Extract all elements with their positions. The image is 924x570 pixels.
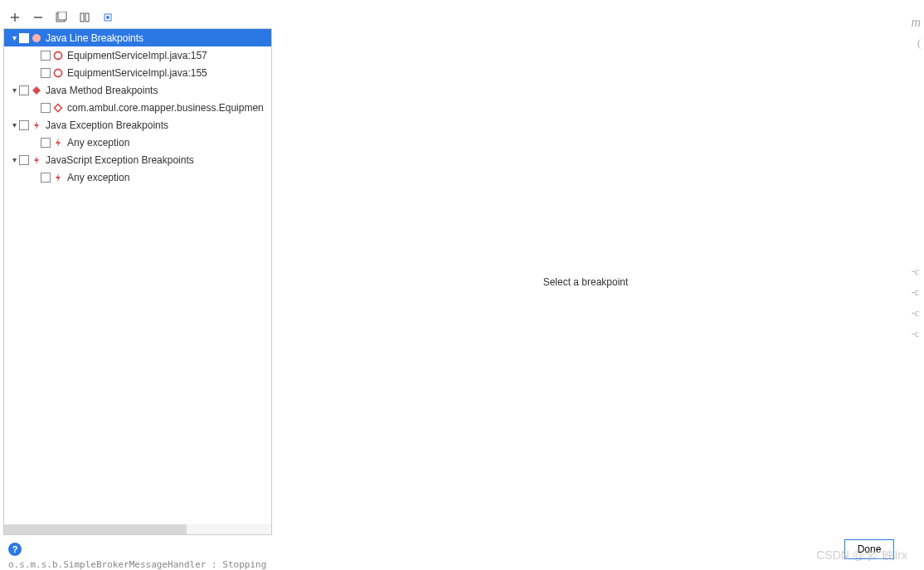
item-label: EquipmentServiceImpl.java:155 bbox=[67, 67, 271, 79]
svg-point-8 bbox=[55, 69, 62, 76]
diamond-solid-red-icon bbox=[31, 85, 42, 96]
view-options-icon[interactable] bbox=[101, 11, 114, 24]
tree-item-anyexc2[interactable]: Any exception bbox=[4, 168, 271, 186]
breakpoint-tree-panel: ▾Java Line BreakpointsEquipmentServiceIm… bbox=[3, 28, 272, 535]
detail-placeholder: Select a breakpoint bbox=[543, 276, 629, 288]
lightning-red-icon bbox=[52, 172, 64, 183]
remove-button[interactable] bbox=[32, 11, 45, 24]
chevron-down-icon[interactable]: ▾ bbox=[9, 33, 19, 42]
group-by-class-icon[interactable] bbox=[78, 11, 91, 24]
tree-group-js-exc[interactable]: ▾JavaScript Exception Breakpoints bbox=[4, 151, 271, 168]
chevron-down-icon[interactable]: ▾ bbox=[9, 85, 19, 95]
lightning-red-icon bbox=[52, 137, 64, 149]
chevron-down-icon[interactable]: ▾ bbox=[9, 155, 19, 164]
tree-group-java-line[interactable]: ▾Java Line Breakpoints bbox=[4, 29, 271, 46]
tree-group-java-method[interactable]: ▾Java Method Breakpoints bbox=[4, 81, 271, 99]
tree-item-anyexc1[interactable]: Any exception bbox=[4, 134, 271, 151]
help-icon[interactable]: ? bbox=[8, 543, 22, 556]
group-label: Java Exception Breakpoints bbox=[46, 119, 271, 131]
checkbox[interactable] bbox=[41, 173, 51, 183]
circle-outline-red-icon bbox=[52, 50, 64, 61]
tree-item-mapper[interactable]: com.ambul.core.mapper.business.Equipmen bbox=[4, 99, 271, 116]
circle-solid-red-icon bbox=[31, 32, 42, 44]
background-edge: m ( -c -c -c -c bbox=[904, 0, 924, 570]
scrollbar-thumb[interactable] bbox=[4, 524, 187, 534]
tree-item-eq157[interactable]: EquipmentServiceImpl.java:157 bbox=[4, 46, 271, 64]
tree-item-eq155[interactable]: EquipmentServiceImpl.java:155 bbox=[4, 64, 271, 81]
svg-rect-3 bbox=[85, 13, 89, 22]
group-label: Java Line Breakpoints bbox=[46, 32, 271, 44]
horizontal-scrollbar[interactable] bbox=[4, 524, 271, 534]
item-label: com.ambul.core.mapper.business.Equipmen bbox=[67, 102, 271, 114]
toolbar bbox=[3, 10, 899, 28]
lightning-red-icon bbox=[31, 119, 42, 131]
checkbox[interactable] bbox=[19, 120, 29, 130]
chevron-down-icon[interactable]: ▾ bbox=[9, 120, 19, 129]
svg-point-5 bbox=[106, 16, 109, 19]
item-label: Any exception bbox=[67, 172, 271, 183]
checkbox[interactable] bbox=[19, 155, 29, 165]
breakpoints-dialog: ▾Java Line BreakpointsEquipmentServiceIm… bbox=[3, 10, 899, 563]
circle-outline-red-icon bbox=[52, 67, 64, 79]
checkbox[interactable] bbox=[19, 85, 29, 95]
group-by-file-icon[interactable] bbox=[55, 11, 68, 24]
add-button[interactable] bbox=[8, 11, 22, 24]
breakpoint-tree[interactable]: ▾Java Line BreakpointsEquipmentServiceIm… bbox=[4, 29, 271, 524]
background-console-text: o.s.m.s.b.SimpleBrokerMessageHandler : S… bbox=[8, 559, 266, 570]
svg-point-6 bbox=[32, 34, 41, 42]
checkbox[interactable] bbox=[41, 68, 51, 78]
svg-point-7 bbox=[55, 51, 62, 59]
main-content: ▾Java Line BreakpointsEquipmentServiceIm… bbox=[3, 28, 899, 535]
tree-group-java-exc[interactable]: ▾Java Exception Breakpoints bbox=[4, 116, 271, 134]
group-label: JavaScript Exception Breakpoints bbox=[46, 154, 271, 166]
item-label: Any exception bbox=[67, 137, 271, 149]
group-label: Java Method Breakpoints bbox=[46, 85, 271, 96]
checkbox[interactable] bbox=[19, 33, 29, 43]
detail-panel: Select a breakpoint bbox=[272, 28, 899, 535]
lightning-red-icon bbox=[31, 154, 42, 166]
checkbox[interactable] bbox=[41, 51, 51, 61]
checkbox[interactable] bbox=[41, 138, 51, 148]
checkbox[interactable] bbox=[41, 103, 51, 113]
svg-rect-1 bbox=[58, 12, 66, 20]
diamond-outline-red-icon bbox=[52, 102, 64, 114]
svg-rect-2 bbox=[80, 13, 84, 22]
item-label: EquipmentServiceImpl.java:157 bbox=[67, 50, 271, 61]
done-button[interactable]: Done bbox=[844, 539, 894, 559]
